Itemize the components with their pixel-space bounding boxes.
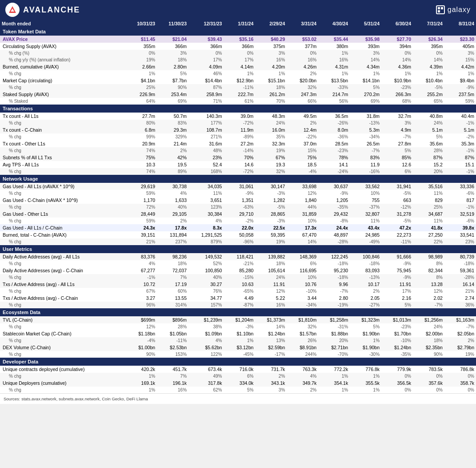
- cell-value: 0%: [188, 50, 224, 56]
- table-row: Gas Used - All L1s / C-Chain24.3x17.8x8.…: [0, 224, 476, 231]
- cell-value: 24,985: [350, 231, 381, 238]
- cell-value: 10.76: [287, 281, 318, 288]
- cell-value: 48.3m: [255, 113, 287, 120]
- cell-value: 6%: [224, 373, 255, 379]
- cell-value: 31,278: [381, 210, 413, 218]
- cell-value: 35%: [255, 133, 287, 140]
- cell-value: 15%: [444, 56, 476, 63]
- cell-value: $15.1bn: [255, 77, 287, 84]
- cell-value: 59%: [125, 218, 157, 224]
- cell-value: 16.14: [444, 281, 476, 288]
- cell-value: $35.98: [350, 36, 381, 43]
- cell-value: $2.05bn: [444, 330, 476, 337]
- section-label: User Metrics: [0, 245, 476, 253]
- cell-value: 39,151: [125, 231, 157, 238]
- cell-value: $1,256m: [413, 316, 444, 323]
- cell-value: 329%: [157, 133, 188, 140]
- cell-value: -17%: [255, 351, 287, 358]
- cell-value: 1,633: [157, 197, 188, 204]
- cell-value: 95,230: [318, 267, 350, 274]
- cell-value: 786.8k: [444, 366, 476, 373]
- table-row: Gas Used - All L1s (nAVAX * 10^9)29,6193…: [0, 183, 476, 190]
- cell-value: -34%: [287, 302, 318, 308]
- cell-value: 15%: [287, 147, 318, 154]
- table-row: % chg59%2%4%-2%-3%10%-8%11%-5%11%-6%: [0, 218, 476, 224]
- cell-value: 25%: [125, 84, 157, 91]
- table-row: % Staked64%69%71%61%70%66%56%69%68%65%59…: [0, 98, 476, 105]
- cell-value: 0%: [224, 50, 255, 56]
- section-header-row: Token Market Data: [0, 28, 476, 36]
- cell-value: 31.8m: [350, 113, 381, 120]
- cell-value: 48%: [188, 147, 224, 154]
- cell-value: -5%: [381, 218, 413, 224]
- cell-value: -11%: [157, 337, 188, 344]
- cell-value: -24%: [318, 168, 350, 175]
- cell-value: 49%: [188, 373, 224, 379]
- row-label: Tx count - Other L1s: [0, 140, 125, 147]
- cell-value: 19%: [444, 351, 476, 358]
- cell-value: 80%: [125, 120, 157, 126]
- cell-value: -13%: [350, 120, 381, 126]
- cell-value: 247.3m: [287, 91, 318, 98]
- cell-value: 716.0k: [224, 366, 255, 373]
- cell-value: -72%: [224, 120, 255, 126]
- cell-value: 100,850: [188, 267, 224, 274]
- cell-value: 177%: [188, 120, 224, 126]
- cell-value: 3,651: [188, 197, 224, 204]
- row-label: Tx count - All L1s: [0, 113, 125, 120]
- cell-value: 116,695: [287, 267, 318, 274]
- cell-value: 17%: [188, 56, 224, 63]
- cell-value: 13.55: [157, 295, 188, 302]
- cell-value: 5%: [413, 133, 444, 140]
- cell-value: 28%: [157, 323, 188, 330]
- cell-value: 59,395: [255, 231, 287, 238]
- col-header-9: 7/31/24: [413, 20, 444, 28]
- table-row: Unique contracts deployed (cumulative)42…: [0, 366, 476, 373]
- galaxy-icon: [436, 5, 445, 14]
- cell-value: 35,516: [413, 183, 444, 190]
- cell-value: -2%: [224, 218, 255, 224]
- cell-value: 2%: [255, 373, 287, 379]
- col-header-2: 12/31/23: [188, 20, 224, 28]
- cell-value: 3%: [255, 50, 287, 56]
- cell-value: -65%: [224, 288, 255, 295]
- row-label: Avg TPS - All L1s: [0, 161, 125, 168]
- cell-value: 4.42m: [444, 63, 476, 70]
- cell-value: 14%: [255, 323, 287, 330]
- cell-value: 783.5k: [413, 366, 444, 373]
- cell-value: 355.5k: [350, 379, 381, 387]
- cell-value: 169.1k: [125, 379, 157, 387]
- row-label: Daily Active Addresses (avg) - All L1s: [0, 253, 125, 260]
- cell-value: 1,170: [125, 197, 157, 204]
- row-label: % chg: [0, 120, 125, 126]
- cell-value: 451.7k: [157, 366, 188, 373]
- cell-value: $1.90bn: [350, 330, 381, 337]
- cell-value: 70%: [224, 154, 255, 161]
- cell-value: 44%: [287, 204, 318, 210]
- cell-value: 90%: [157, 84, 188, 91]
- section-label: Transactions: [0, 105, 476, 113]
- cell-value: -34%: [350, 133, 381, 140]
- cell-value: 28.5m: [318, 140, 350, 147]
- cell-value: 21%: [125, 238, 157, 245]
- cell-value: 78%: [318, 154, 350, 161]
- row-label: Burned, cumulative (AVAX): [0, 63, 125, 70]
- cell-value: -1%: [125, 274, 157, 281]
- cell-value: 673.4k: [188, 366, 224, 373]
- cell-value: -87%: [224, 302, 255, 308]
- table-row: Tx count - C-Chain6.8m29.3m108.7m11.9m16…: [0, 126, 476, 133]
- svg-rect-3: [441, 7, 443, 9]
- cell-value: 67%: [125, 288, 157, 295]
- cell-value: 23%: [188, 154, 224, 161]
- table-row: Tx count - Other L1s20.9m21.4m31.6m27.2m…: [0, 140, 476, 147]
- cell-value: 68%: [381, 98, 413, 105]
- cell-value: 1%: [224, 337, 255, 344]
- cell-value: $1,013m: [381, 316, 413, 323]
- cell-value: $53.02: [287, 36, 318, 43]
- cell-value: 87%: [413, 154, 444, 161]
- cell-value: 27.7m: [125, 113, 157, 120]
- cell-value: 105,614: [255, 267, 287, 274]
- cell-value: 31,941: [381, 183, 413, 190]
- cell-value: 69%: [350, 98, 381, 105]
- table-row: % chg90%153%122%-45%-17%244%-70%-30%-35%…: [0, 351, 476, 358]
